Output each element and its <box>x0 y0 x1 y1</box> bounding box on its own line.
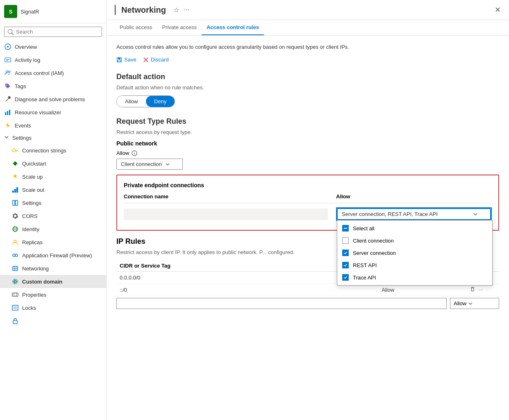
allow-select-box[interactable]: Server connection, REST API, Trace API <box>337 208 491 220</box>
dropdown-item-select-all[interactable]: Select all <box>337 222 492 234</box>
svg-point-7 <box>6 71 8 73</box>
tab-access-control-rules[interactable]: Access control rules <box>202 20 264 35</box>
allow-deny-toggle[interactable]: Allow Deny <box>116 95 175 107</box>
sidebar-item-label: Access control (IAM) <box>15 70 64 76</box>
app-logo: S <box>4 5 17 18</box>
tag-icon <box>4 82 11 90</box>
sidebar-item-label: Application Firewall (Preview) <box>22 252 92 259</box>
svg-text:i: i <box>134 150 135 155</box>
public-network-dropdown[interactable]: Client connection <box>116 159 183 170</box>
page-title: Networking <box>121 5 166 15</box>
sidebar-item-application-firewall[interactable]: Networking <box>0 262 106 275</box>
more-options-icon[interactable]: ··· <box>184 6 189 14</box>
add-cidr-input[interactable] <box>116 298 447 309</box>
sidebar-item-label: Overview <box>15 44 37 50</box>
sidebar-item-identity[interactable]: Replicas <box>0 236 106 249</box>
sidebar-item-diagnose[interactable]: Diagnose and solve problems <box>0 93 106 106</box>
sidebar-item-resource-visualizer[interactable]: Resource visualizer <box>0 106 106 119</box>
sidebar-item-keys[interactable]: Connection strings <box>0 144 106 157</box>
scale-out-icon <box>11 199 19 207</box>
allow-button[interactable]: Allow <box>117 96 146 107</box>
allow-dropdown-list: Select all Client connection Ser <box>337 220 493 286</box>
sidebar-item-label: CORS <box>22 213 38 219</box>
sidebar-item-access-control[interactable]: Access control (IAM) <box>0 66 106 79</box>
chevron-down-icon <box>165 162 170 167</box>
svg-rect-11 <box>9 110 10 115</box>
sidebar-item-custom-domain[interactable]: Properties <box>0 288 106 301</box>
chart-icon <box>4 109 11 116</box>
settings-section-header[interactable]: Settings <box>0 132 106 144</box>
sidebar-item-cors[interactable]: Identity <box>0 222 106 236</box>
discard-button[interactable]: Discard <box>143 57 169 63</box>
sidebar-item-activity-log[interactable]: Activity log <box>0 53 106 66</box>
dropdown-item-rest-api[interactable]: REST API <box>337 259 492 271</box>
server-connection-checkbox[interactable] <box>342 250 349 256</box>
sidebar-item-connection-strings[interactable]: Quickstart <box>0 157 106 170</box>
request-type-title: Request Type Rules <box>116 117 499 126</box>
svg-rect-18 <box>12 191 14 193</box>
svg-rect-9 <box>5 112 6 115</box>
save-button[interactable]: Save <box>116 57 136 63</box>
tab-private-access[interactable]: Private access <box>157 20 202 35</box>
private-endpoint-title: Private endpoint connections <box>124 182 492 188</box>
sidebar-item-overview[interactable]: Overview <box>0 40 106 53</box>
public-network-select[interactable]: Client connection <box>116 159 183 170</box>
sidebar-item-locks[interactable] <box>0 314 106 327</box>
svg-rect-4 <box>5 58 11 62</box>
chevron-down-icon <box>473 212 478 217</box>
client-connection-checkbox[interactable] <box>342 237 349 244</box>
dropdown-item-trace-api[interactable]: Trace API <box>337 271 492 284</box>
close-button[interactable]: ✕ <box>495 5 501 14</box>
trace-api-checkbox[interactable] <box>342 274 349 281</box>
diamond-icon <box>11 160 19 167</box>
sidebar-item-scale-up[interactable]: Scale out <box>0 183 106 196</box>
server-connection-label: Server connection <box>353 250 396 256</box>
sidebar-item-replicas[interactable]: Application Firewall (Preview) <box>0 249 106 262</box>
sidebar-item-events[interactable]: Events <box>0 119 106 132</box>
svg-rect-47 <box>344 228 347 229</box>
sidebar-item-quickstart[interactable]: Scale up <box>0 170 106 183</box>
key-icon <box>11 147 19 154</box>
row-actions: ··· <box>470 286 496 293</box>
page-description: Access control rules allow you to config… <box>116 44 499 50</box>
sidebar-item-label: Properties <box>22 292 46 298</box>
save-label: Save <box>124 57 136 63</box>
sidebar-item-tags[interactable]: Tags <box>0 79 106 93</box>
svg-point-27 <box>15 254 18 257</box>
dropdown-item-server-connection[interactable]: Server connection <box>337 247 492 259</box>
allow-dropdown-wrapper[interactable]: Server connection, REST API, Trace API S… <box>336 207 492 221</box>
search-box[interactable] <box>4 27 102 37</box>
connection-name-cell <box>124 209 328 220</box>
header-actions: ☆ ··· <box>173 6 189 14</box>
rest-api-checkbox[interactable] <box>342 262 349 268</box>
sidebar-item-networking[interactable]: Custom domain <box>0 275 106 288</box>
default-action-section: Default action Default action when no ru… <box>116 73 499 107</box>
dropdown-item-client-connection[interactable]: Client connection <box>337 234 492 247</box>
svg-rect-17 <box>13 161 17 166</box>
svg-point-13 <box>13 149 16 152</box>
cidr-cell: ::/0 <box>116 284 378 296</box>
sidebar-item-scale-out[interactable]: Settings <box>0 196 106 209</box>
request-type-description: Restrict access by request type. <box>116 129 499 135</box>
save-icon <box>116 57 122 63</box>
deny-button[interactable]: Deny <box>146 96 175 107</box>
sidebar-item-label: Diagnose and solve problems <box>15 96 85 102</box>
svg-point-25 <box>14 240 16 243</box>
svg-rect-43 <box>118 57 120 59</box>
more-icon[interactable]: ··· <box>479 286 483 293</box>
favorite-icon[interactable]: ☆ <box>173 6 179 14</box>
delete-icon[interactable] <box>470 286 475 293</box>
sidebar-item-properties[interactable]: Locks <box>0 301 106 314</box>
svg-marker-12 <box>6 123 10 128</box>
svg-rect-10 <box>7 111 8 115</box>
add-action-select[interactable]: Allow <box>450 298 499 309</box>
sidebar-item-settings[interactable]: CORS <box>0 209 106 222</box>
allow-text: Allow <box>116 150 129 156</box>
select-all-checkbox[interactable] <box>342 225 349 232</box>
rest-api-label: REST API <box>353 262 377 268</box>
default-action-description: Default action when no rule matches. <box>116 84 499 91</box>
search-input[interactable] <box>16 29 98 35</box>
tab-public-access[interactable]: Public access <box>115 20 157 35</box>
action-cell: Allow <box>378 284 466 296</box>
gear-icon <box>11 212 19 220</box>
